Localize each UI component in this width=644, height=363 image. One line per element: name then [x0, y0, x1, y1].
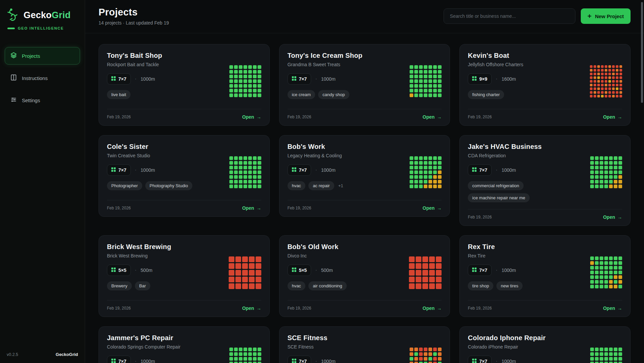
grid-size-badge: 7×7: [288, 73, 311, 85]
grid-cell: [234, 89, 238, 92]
grid-cell: [595, 271, 599, 274]
sidebar-item-projects[interactable]: Projects: [5, 47, 80, 65]
grid-cell: [612, 84, 615, 86]
grid-cell: [604, 352, 608, 356]
grid-cell: [618, 275, 622, 279]
grid-cell: [619, 80, 622, 83]
grid-cell: [248, 362, 252, 363]
grid-cell: [604, 285, 608, 288]
project-business: Brick West Brewing: [107, 253, 218, 258]
grid-cell: [604, 275, 608, 279]
grid-cell: [234, 170, 238, 174]
grid-cell: [608, 84, 611, 86]
new-project-button[interactable]: + New Project: [581, 8, 631, 24]
grid-cell: [258, 348, 261, 351]
meta-row: 7×7 · 1000m: [107, 356, 218, 363]
grid-cell: [605, 87, 607, 90]
grid-cell: [618, 156, 622, 160]
grid-cell: [609, 348, 613, 351]
project-card[interactable]: Bob's Work Legacy Heating & Cooling 7×7 …: [279, 135, 450, 217]
grid-cell: [597, 69, 600, 72]
project-card[interactable]: Tony's Bait Shop Rockport Bait and Tackl…: [99, 44, 270, 126]
layers-icon: [10, 52, 17, 60]
open-link[interactable]: Open →: [423, 205, 442, 211]
project-card[interactable]: Cole's Sister Twin Creative Studio 7×7 ·…: [99, 135, 270, 217]
grid-cell: [242, 270, 248, 276]
grid-cell: [590, 69, 593, 72]
project-card[interactable]: Colorado Iphone Repair Colorado iPhone R…: [459, 326, 631, 363]
grid-cell: [243, 185, 247, 188]
arrow-right-icon: →: [617, 214, 622, 220]
project-card[interactable]: Brick West Brewing Brick West Brewing 5×…: [99, 235, 270, 317]
grid-cell: [618, 280, 622, 284]
grid-cell: [600, 156, 603, 160]
project-card[interactable]: SCE Fitness SCE Fitness 7×7 · 1000m: [279, 326, 450, 363]
open-link[interactable]: Open →: [423, 114, 442, 120]
project-card[interactable]: Tony's Ice Cream Shop Grandma B Sweet Tr…: [279, 44, 450, 126]
card-date: Feb 19, 2026: [468, 215, 492, 219]
open-link[interactable]: Open →: [242, 306, 261, 311]
project-card[interactable]: Kevin's Boat Jellyfish Offshore Charters…: [459, 44, 631, 126]
open-link[interactable]: Open →: [603, 114, 622, 120]
grid-cell: [614, 266, 617, 270]
grid-cell: [618, 348, 622, 351]
open-link[interactable]: Open →: [603, 306, 622, 311]
grid-cell: [428, 75, 432, 78]
grid-cell: [239, 84, 242, 88]
project-card[interactable]: Jake's HVAC Business CDA Refrigeration 7…: [459, 135, 631, 226]
grid-cell: [409, 277, 415, 282]
meta-row: 7×7 · 1000m: [107, 164, 218, 176]
grid-cell: [614, 357, 617, 361]
radius-label: 1000m: [321, 167, 336, 173]
grid-cell: [229, 79, 233, 83]
scrollbar-thumb[interactable]: [641, 2, 643, 103]
project-title: Jammer's PC Repair: [107, 334, 218, 342]
grid-cell: [594, 73, 596, 75]
grid-cell: [414, 65, 418, 69]
grid-cell: [429, 256, 435, 262]
open-link[interactable]: Open →: [423, 306, 442, 311]
tag-pill: ice machine repair near me: [468, 193, 530, 202]
grid-cell: [600, 357, 603, 361]
grid-cell: [229, 185, 233, 188]
grid-cell: [410, 161, 413, 165]
open-link[interactable]: Open →: [242, 205, 261, 211]
grid-cell: [258, 180, 261, 184]
sidebar-item-instructions[interactable]: Instructions: [5, 69, 80, 87]
sidebar-item-settings[interactable]: Settings: [5, 91, 80, 109]
open-link[interactable]: Open →: [242, 114, 261, 120]
grid-cell: [590, 84, 593, 86]
grid-cell: [428, 79, 432, 83]
grid-size-badge: 5×5: [107, 265, 131, 276]
project-card[interactable]: Rex Tire Rex Tire 7×7 · 1000m tire shopn…: [459, 235, 631, 317]
meta-row: 7×7 · 1000m: [468, 356, 579, 363]
tag-list: BreweryBar: [107, 281, 218, 290]
grid-cell: [235, 256, 241, 262]
grid-cell: [612, 80, 615, 83]
grid-cell: [618, 261, 622, 265]
grid-cell: [410, 170, 413, 174]
grid-icon: [292, 167, 296, 173]
grid-cell: [242, 256, 248, 262]
grid-cell: [258, 93, 261, 97]
search-input[interactable]: [444, 8, 575, 24]
grid-cell: [234, 75, 238, 78]
grid-cell: [595, 285, 599, 288]
card-date: Feb 19, 2026: [288, 206, 311, 210]
grid-cell: [249, 263, 255, 269]
project-card[interactable]: Bob's Old Work Divco Inc 5×5 · 500m hvac…: [279, 235, 450, 317]
grid-cell: [248, 84, 252, 88]
grid-cell: [239, 357, 242, 361]
grid-cell: [609, 170, 613, 174]
grid-cell: [229, 283, 234, 289]
grid-size-badge: 7×7: [468, 164, 492, 176]
grid-cell: [608, 80, 611, 83]
project-business: Colorado iPhone Repair: [468, 344, 579, 350]
open-label: Open: [423, 205, 435, 211]
card-date: Feb 19, 2026: [107, 306, 131, 311]
project-card[interactable]: Jammer's PC Repair Colorado Springs Comp…: [99, 326, 270, 363]
grid-cell: [608, 91, 611, 94]
open-link[interactable]: Open →: [603, 214, 622, 220]
grid-cell: [253, 75, 257, 78]
grid-cell: [609, 285, 613, 288]
